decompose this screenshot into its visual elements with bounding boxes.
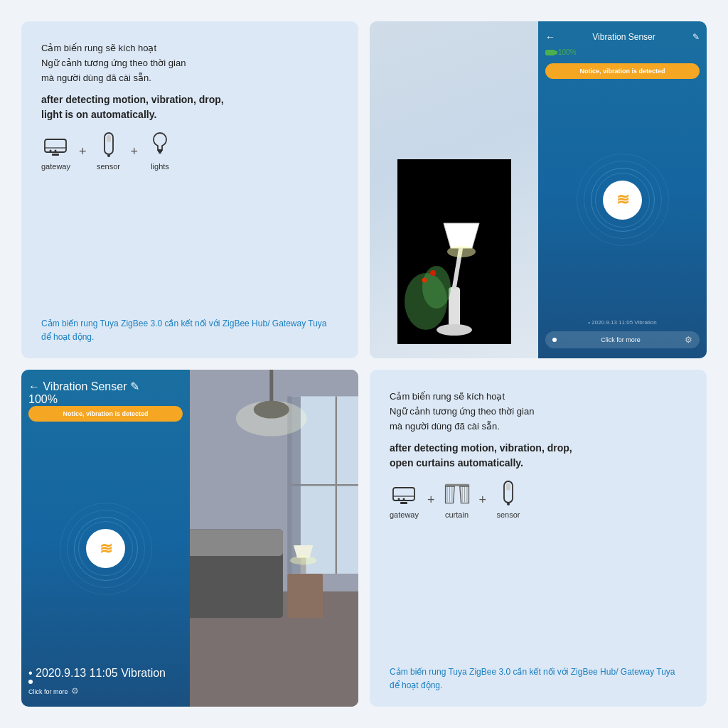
svg-point-48 bbox=[507, 503, 510, 505]
plus-4: + bbox=[479, 493, 487, 508]
plus-1: + bbox=[79, 144, 87, 159]
sensor-icon-item: sensor bbox=[95, 132, 122, 171]
svg-rect-6 bbox=[107, 135, 111, 142]
svg-rect-27 bbox=[190, 530, 283, 556]
timestamp: • 2020.9.13 11:05 Vibration bbox=[545, 319, 700, 326]
lamp-illustration bbox=[383, 21, 525, 358]
svg-rect-4 bbox=[52, 154, 59, 156]
bottom-right-vi-text: Cảm biến rung sẽ kích hoạt Ngữ cảnh tươn… bbox=[390, 390, 687, 434]
click-more-label: Click for more bbox=[601, 336, 641, 343]
panel-bottom-right: Cảm biến rung sẽ kích hoạt Ngữ cảnh tươn… bbox=[370, 370, 707, 707]
gateway-icon-item-2: gateway bbox=[390, 481, 419, 519]
app-header: ← Vibration Senser ✎ bbox=[545, 31, 700, 43]
lights-icon-item: lights bbox=[146, 132, 173, 171]
lights-label: lights bbox=[151, 162, 169, 171]
gear-icon-2[interactable]: ⚙ bbox=[71, 686, 79, 696]
battery-icon bbox=[545, 50, 555, 55]
svg-point-12 bbox=[437, 324, 472, 336]
gear-icon[interactable]: ⚙ bbox=[685, 335, 692, 345]
click-more-button-2[interactable]: Click for more ⚙ bbox=[28, 680, 183, 697]
click-more-button[interactable]: Click for more ⚙ bbox=[545, 331, 700, 348]
vibration-wave-icon-2: ≋ bbox=[100, 540, 112, 558]
panel-top-right: ← Vibration Senser ✎ 100% Notice, vibrat… bbox=[370, 21, 707, 358]
svg-point-37 bbox=[403, 498, 405, 500]
svg-rect-8 bbox=[158, 150, 162, 152]
curtain-label: curtain bbox=[445, 510, 469, 519]
main-container: Cảm biến rung sẽ kích hoạt Ngữ cảnh tươn… bbox=[0, 0, 728, 728]
lamp-photo-section bbox=[370, 21, 538, 358]
svg-point-33 bbox=[236, 401, 307, 437]
bottom-left-app-screen: ← Vibration Senser ✎ 100% Notice, vibrat… bbox=[21, 370, 190, 707]
back-arrow-icon[interactable]: ← bbox=[545, 31, 555, 43]
gateway-icon-2 bbox=[390, 481, 417, 508]
lights-icon bbox=[146, 132, 173, 159]
svg-rect-9 bbox=[159, 152, 161, 154]
gateway-icon bbox=[42, 132, 69, 159]
edit-icon-2[interactable]: ✎ bbox=[130, 380, 139, 392]
app-header-2: ← Vibration Senser ✎ bbox=[28, 380, 183, 393]
panel-bottom-left: ← Vibration Senser ✎ 100% Notice, vibrat… bbox=[21, 370, 358, 707]
panel-top-left: Cảm biến rung sẽ kích hoạt Ngữ cảnh tươn… bbox=[21, 21, 358, 358]
vibration-ring: ≋ bbox=[591, 168, 655, 232]
svg-rect-47 bbox=[506, 483, 510, 491]
sensor-icon bbox=[95, 132, 122, 159]
app-title-2: Vibration Senser bbox=[43, 380, 127, 392]
svg-point-36 bbox=[398, 498, 400, 500]
dot-icon bbox=[552, 338, 557, 342]
sensor-label: sensor bbox=[97, 162, 120, 171]
battery-row: 100% bbox=[545, 48, 700, 56]
vibration-circle-2: ≋ bbox=[86, 529, 125, 568]
app-title: Vibration Senser bbox=[592, 32, 655, 42]
battery-row-2: 100% bbox=[28, 393, 183, 406]
gateway-label-2: gateway bbox=[390, 510, 419, 519]
curtain-icon-item: curtain bbox=[444, 481, 471, 519]
bottom-right-note: Cảm biến rung Tuya ZigBee 3.0 cần kết nố… bbox=[390, 665, 687, 692]
bedroom-photo bbox=[190, 370, 358, 707]
svg-rect-31 bbox=[269, 370, 273, 405]
notice-bubble-2: Notice, vibration is detected bbox=[28, 406, 183, 422]
vibration-area-2: ≋ bbox=[28, 430, 183, 667]
plus-3: + bbox=[427, 493, 435, 508]
gateway-icon-item: gateway bbox=[41, 132, 70, 171]
gateway-label: gateway bbox=[41, 162, 70, 171]
bedroom-scene bbox=[190, 370, 358, 707]
battery-percentage-2: 100% bbox=[28, 393, 58, 405]
vibration-circle: ≋ bbox=[603, 181, 642, 220]
lamp-photo bbox=[370, 21, 538, 358]
sensor-icon-item-2: sensor bbox=[495, 481, 522, 519]
sensor-label-2: sensor bbox=[497, 510, 520, 519]
back-arrow-icon-2[interactable]: ← bbox=[28, 380, 40, 392]
click-more-label-2: Click for more bbox=[28, 688, 68, 695]
bottom-right-icons-row: gateway + bbox=[390, 481, 687, 519]
svg-point-30 bbox=[290, 556, 316, 564]
battery-percentage: 100% bbox=[558, 48, 577, 56]
svg-point-17 bbox=[430, 270, 436, 276]
svg-rect-38 bbox=[400, 502, 407, 504]
sensor-icon-2 bbox=[495, 481, 522, 508]
plus-2: + bbox=[131, 144, 139, 159]
top-left-vi-text: Cảm biến rung sẽ kích hoạt Ngữ cảnh tươn… bbox=[41, 41, 338, 85]
bottom-right-en-text: after detecting motion, vibration, drop,… bbox=[390, 441, 687, 471]
svg-rect-11 bbox=[449, 287, 460, 330]
vibration-area: ≋ bbox=[545, 87, 700, 312]
svg-point-2 bbox=[50, 150, 52, 152]
top-left-icons-row: gateway + sensor + bbox=[41, 132, 338, 171]
svg-point-18 bbox=[422, 278, 427, 283]
vibration-wave-icon: ≋ bbox=[616, 191, 629, 209]
top-left-en-text: after detecting motion, vibration, drop,… bbox=[41, 92, 338, 122]
timestamp-2: • 2020.9.13 11:05 Vibration bbox=[28, 667, 183, 680]
svg-point-14 bbox=[447, 246, 476, 257]
dot-icon-2 bbox=[28, 680, 33, 684]
notice-bubble: Notice, vibration is detected bbox=[545, 63, 700, 79]
top-right-app-screen: ← Vibration Senser ✎ 100% Notice, vibrat… bbox=[538, 21, 707, 358]
edit-icon[interactable]: ✎ bbox=[692, 32, 700, 42]
svg-point-3 bbox=[55, 150, 57, 152]
svg-rect-28 bbox=[287, 574, 323, 618]
svg-point-16 bbox=[422, 266, 451, 309]
vibration-ring-2: ≋ bbox=[74, 517, 138, 581]
curtain-icon bbox=[444, 481, 471, 508]
top-left-note: Cảm biến rung Tuya ZigBee 3.0 cần kết nố… bbox=[41, 317, 338, 344]
svg-point-7 bbox=[107, 154, 110, 157]
